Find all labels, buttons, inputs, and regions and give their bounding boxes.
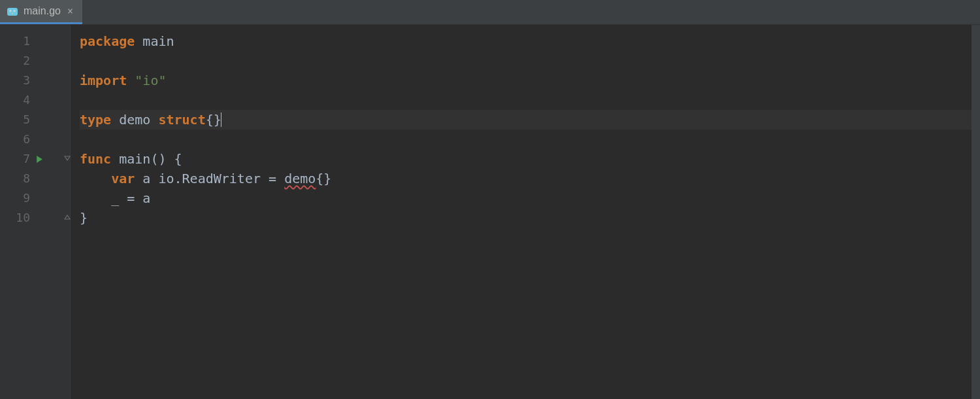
identifier: demo — [119, 112, 150, 128]
line-number: 9 — [0, 188, 30, 208]
svg-rect-0 — [7, 8, 18, 16]
code-area[interactable]: package mainimport "io"type demo struct{… — [71, 25, 980, 399]
go-file-icon — [7, 5, 18, 17]
keyword-struct: struct — [158, 112, 205, 128]
line-number: 8 — [0, 169, 30, 188]
file-tab-main-go[interactable]: main.go × — [0, 0, 82, 24]
close-icon[interactable]: × — [66, 5, 74, 18]
keyword-import: import — [80, 73, 127, 88]
type-name: ReadWriter — [182, 171, 261, 186]
gutter-line[interactable]: 4 — [0, 90, 70, 110]
code-line — [80, 90, 980, 110]
scrollbar[interactable] — [972, 25, 980, 399]
gutter: 12345678910 — [0, 25, 71, 399]
svg-point-5 — [12, 13, 13, 14]
string-literal: "io" — [135, 73, 166, 88]
run-icon[interactable] — [35, 155, 44, 164]
fold-open-icon[interactable] — [64, 155, 71, 163]
line-number: 6 — [0, 130, 30, 149]
keyword-func: func — [80, 151, 111, 167]
line-number: 3 — [0, 71, 30, 90]
code-line — [80, 51, 980, 71]
tab-bar: main.go × — [0, 0, 980, 25]
line-number: 4 — [0, 90, 30, 110]
code-line: _ = a — [80, 188, 980, 208]
editor: 12345678910 package mainimport "io"type … — [0, 25, 980, 399]
code-line: var a io.ReadWriter = demo{} — [80, 169, 980, 188]
gutter-line[interactable]: 10 — [0, 208, 70, 228]
code-line — [80, 130, 980, 149]
line-number: 2 — [0, 51, 30, 71]
gutter-line[interactable]: 6 — [0, 130, 70, 149]
keyword-type: type — [80, 112, 111, 128]
gutter-line[interactable]: 1 — [0, 31, 70, 51]
identifier: main — [142, 33, 174, 49]
gutter-line[interactable]: 9 — [0, 188, 70, 208]
gutter-line[interactable]: 3 — [0, 71, 70, 90]
code-line: type demo struct{} — [80, 110, 980, 130]
text-caret — [221, 113, 222, 127]
braces: {} — [206, 112, 221, 128]
line-number: 1 — [0, 31, 30, 51]
gutter-line[interactable]: 2 — [0, 51, 70, 71]
code-line: func main() { — [80, 149, 980, 169]
line-number: 10 — [0, 208, 30, 228]
identifier: main — [119, 151, 150, 167]
svg-point-3 — [10, 10, 10, 11]
code-line: } — [80, 208, 980, 228]
code-line: import "io" — [80, 71, 980, 90]
code-line: package main — [80, 31, 980, 51]
gutter-line[interactable]: 7 — [0, 149, 70, 169]
keyword-var: var — [111, 171, 135, 186]
gutter-line[interactable]: 8 — [0, 169, 70, 188]
line-number: 7 — [0, 149, 30, 169]
keyword-package: package — [80, 33, 135, 49]
fold-close-icon[interactable] — [64, 214, 71, 222]
gutter-line[interactable]: 5 — [0, 110, 70, 130]
svg-point-4 — [14, 10, 14, 11]
file-tab-label: main.go — [24, 5, 61, 17]
line-number: 5 — [0, 110, 30, 130]
error-underline: demo — [284, 171, 316, 186]
